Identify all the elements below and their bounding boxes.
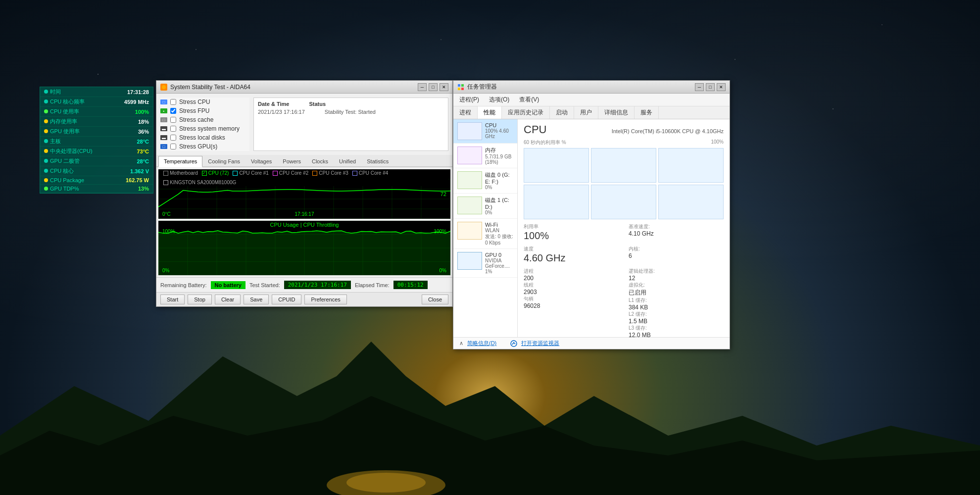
- sidebar-disk1-subtext: 0%: [485, 210, 513, 215]
- stress-gpu-checkbox[interactable]: [170, 144, 176, 149]
- stress-disk-item: ▬ Stress local disks: [160, 133, 249, 142]
- svg-rect-8: [461, 88, 464, 90]
- l3-label: L3 缓存:: [629, 325, 724, 332]
- svg-point-3: [346, 473, 426, 493]
- sidebar-disk1[interactable]: 磁盘 1 (C: D:) 0%: [453, 194, 517, 219]
- stress-fpu-checkbox[interactable]: [170, 108, 176, 114]
- svg-point-4: [162, 85, 166, 89]
- summary-info-link[interactable]: 简略信息(D): [467, 340, 496, 347]
- sidebar-wifi-subtext: WLAN: [485, 228, 513, 233]
- sidebar-row-cpu-freq: CPU 核心频率 4599 MHz: [40, 97, 153, 107]
- status-datetime-header: Date & Time: [258, 101, 289, 107]
- mem-mini-graph: [457, 147, 482, 164]
- aida64-close-button[interactable]: ✕: [440, 83, 448, 91]
- taskmgr-tab-history[interactable]: 应用历史记录: [502, 106, 550, 119]
- chart-legend: Motherboard ✓ CPU (72) CPU Core #1 CPU C…: [160, 169, 448, 186]
- tab-temperatures[interactable]: Temperatures: [158, 156, 202, 167]
- sidebar-row-gpu-tdp: GPU TDP% 13%: [40, 185, 153, 193]
- stress-cache-icon: □: [160, 117, 167, 122]
- hwinfo-sidebar-widget: 时间 17:31:28 CPU 核心频率 4599 MHz CPU 使用率 10…: [40, 87, 153, 194]
- aida64-button-bar: Start Stop Clear Save CPUID Preferences …: [156, 292, 452, 306]
- open-resource-monitor-link[interactable]: 打开资源监视器: [521, 340, 559, 347]
- resource-monitor-icon: [510, 340, 517, 347]
- tab-powers[interactable]: Powers: [277, 156, 306, 166]
- sidebar-gpu[interactable]: GPU 0 NVIDIA GeForce.... 1%: [453, 249, 517, 278]
- stress-gpu-label: Stress GPU(s): [179, 143, 217, 150]
- stress-cache-item: □ Stress cache: [160, 115, 249, 124]
- status-datetime-value: 2021/1/23 17:16:17: [258, 109, 305, 115]
- threads-value: 2903: [524, 289, 619, 296]
- sidebar-memory[interactable]: 内存 5.7/31.9 GB (18%): [453, 144, 517, 168]
- cpu-chart-3: [524, 185, 589, 219]
- taskmgr-minimize-button[interactable]: ─: [695, 83, 704, 91]
- taskmgr-tab-process[interactable]: 进程: [453, 106, 478, 119]
- stress-disk-checkbox[interactable]: [170, 135, 176, 141]
- svg-rect-6: [461, 84, 464, 87]
- start-button[interactable]: Start: [160, 295, 185, 304]
- speed-value: 4.60 GHz: [524, 252, 619, 264]
- sidebar-row-motherboard: 主板 28°C: [40, 137, 153, 147]
- aida64-restore-button[interactable]: □: [429, 83, 438, 91]
- gpu-mini-graph: [457, 252, 482, 270]
- close-button[interactable]: Close: [422, 295, 448, 304]
- tab-statistics[interactable]: Statistics: [361, 156, 394, 166]
- legend-cpu-core3: CPU Core #3: [312, 170, 348, 176]
- taskmgr-close-button[interactable]: ✕: [717, 83, 726, 91]
- status-text: Stability Test: Started: [325, 109, 376, 115]
- tab-voltages[interactable]: Voltages: [245, 156, 277, 166]
- sidebar-row-gpu-usage: GPU 使用率 36%: [40, 127, 153, 137]
- taskmgr-tab-services[interactable]: 服务: [635, 106, 659, 119]
- taskmgr-restore-button[interactable]: □: [706, 83, 715, 91]
- menu-view[interactable]: 查看(V): [517, 95, 541, 105]
- disk0-mini-graph: [457, 171, 482, 189]
- menu-options[interactable]: 选项(O): [487, 95, 511, 105]
- battery-value: No battery: [211, 281, 245, 289]
- legend-cpu-core1: CPU Core #1: [233, 170, 268, 176]
- legend-kingston: KINGSTON SA2000M81000G: [163, 180, 236, 185]
- svg-rect-7: [458, 88, 460, 90]
- stress-fpu-icon: ▪: [160, 108, 167, 113]
- cpu-chart-right-top: 100%: [434, 229, 446, 234]
- handles-label: 句柄: [524, 296, 619, 302]
- handles-value: 96028: [524, 302, 619, 309]
- chart-temp-current: 72: [441, 191, 446, 197]
- tab-clocks[interactable]: Clocks: [306, 156, 334, 166]
- stress-cpu-checkbox[interactable]: [170, 99, 176, 105]
- sidebar-cpu-subtext: 100% 4.60 GHz: [485, 128, 513, 139]
- stress-memory-checkbox[interactable]: [170, 126, 176, 132]
- gpu-tdp-icon: [44, 187, 48, 191]
- status-status-header: Status: [309, 101, 326, 107]
- legend-motherboard: Motherboard: [163, 170, 198, 176]
- stress-cache-checkbox[interactable]: [170, 117, 176, 123]
- aida64-minimize-button[interactable]: ─: [418, 83, 427, 91]
- clear-button[interactable]: Clear: [215, 295, 241, 304]
- sidebar-disk0-subtext: 0%: [485, 185, 513, 190]
- stress-disk-label: Stress local disks: [179, 134, 225, 141]
- sidebar-row-mem-usage: 内存使用率 18%: [40, 117, 153, 127]
- aida64-window-controls[interactable]: ─ □ ✕: [418, 83, 448, 91]
- sidebar-cpu[interactable]: CPU 100% 4.60 GHz: [453, 119, 517, 144]
- sidebar-disk0[interactable]: 磁盘 0 (G: E: F:) 0%: [453, 168, 517, 194]
- cpu-usage-chart: CPU Usage | CPU Throttling 100% 0% 100% …: [158, 221, 450, 275]
- sidebar-wifi-speed: 发送: 0 接收: 0 Kbps: [485, 233, 513, 246]
- stop-button[interactable]: Stop: [188, 295, 212, 304]
- l1-label: L1 缓存:: [629, 297, 724, 304]
- taskmgr-tab-details[interactable]: 详细信息: [598, 106, 635, 119]
- taskmgr-tab-users[interactable]: 用户: [574, 106, 598, 119]
- menu-process[interactable]: 进程(P): [457, 95, 481, 105]
- l2-value: 1.5 MB: [629, 318, 724, 325]
- taskmgr-tab-performance[interactable]: 性能: [478, 106, 502, 119]
- l2-label: L2 缓存:: [629, 311, 724, 318]
- tab-unified[interactable]: Unified: [334, 156, 361, 166]
- taskmgr-app-icon: [457, 84, 464, 91]
- sidebar-wifi[interactable]: Wi-Fi WLAN 发送: 0 接收: 0 Kbps: [453, 219, 517, 249]
- preferences-button[interactable]: Preferences: [304, 295, 346, 304]
- taskmgr-window-controls[interactable]: ─ □ ✕: [695, 83, 726, 91]
- chart-temp-min: 0°C: [162, 211, 171, 217]
- gpu-usage-icon: [44, 129, 48, 133]
- save-button[interactable]: Save: [244, 295, 269, 304]
- cpuid-button[interactable]: CPUID: [272, 295, 301, 304]
- taskmgr-tab-startup[interactable]: 启动: [550, 106, 574, 119]
- tab-cooling-fans[interactable]: Cooling Fans: [202, 156, 245, 166]
- battery-label: Remaining Battery:: [160, 282, 207, 288]
